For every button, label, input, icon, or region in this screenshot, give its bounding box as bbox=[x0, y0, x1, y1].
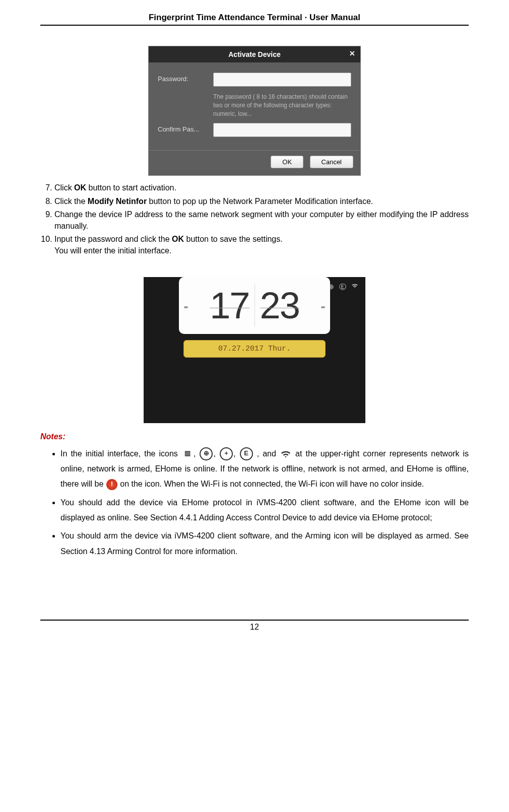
alert-icon: ! bbox=[106, 479, 117, 490]
step-10: Input the password and click the OK butt… bbox=[54, 233, 469, 256]
note-2: You should add the device via EHome prot… bbox=[60, 495, 469, 526]
step-10-sub: You will enter the initial interface. bbox=[54, 246, 171, 255]
password-input[interactable] bbox=[213, 73, 351, 87]
cancel-button[interactable]: Cancel bbox=[310, 156, 353, 168]
battery-icon: ▥ bbox=[182, 448, 193, 459]
close-icon[interactable]: ✕ bbox=[349, 49, 355, 57]
ok-button[interactable]: OK bbox=[271, 156, 303, 168]
shield-icon: + bbox=[220, 447, 233, 460]
device-screen: ▥ ⊕ ⊕ Ⓔ 17 23 07.27.2017 Thur. bbox=[144, 277, 365, 423]
wifi-icon bbox=[280, 448, 291, 459]
hinge-left bbox=[184, 306, 188, 308]
page-header: Fingerprint Time Attendance Terminal · U… bbox=[40, 13, 469, 26]
note-3: You should arm the device via iVMS-4200 … bbox=[60, 528, 469, 559]
dialog-title-text: Activate Device bbox=[228, 50, 281, 58]
note-1: In the initial interface, the icons ▥, ⊕… bbox=[60, 446, 469, 492]
dialog-title-bar: Activate Device ✕ bbox=[149, 46, 360, 62]
time-minute: 23 bbox=[260, 284, 299, 327]
ehome-icon: Ⓔ bbox=[339, 283, 348, 291]
notes-list: In the initial interface, the icons ▥, ⊕… bbox=[40, 446, 469, 560]
ehome-icon: E bbox=[240, 447, 253, 460]
notes-heading: Notes: bbox=[40, 432, 469, 441]
step-9: Change the device IP address to the same… bbox=[54, 209, 469, 232]
step-8: Click the Modify Netinfor button to pop … bbox=[54, 195, 469, 207]
wifi-icon bbox=[351, 283, 358, 291]
network-icon: ⊕ bbox=[200, 447, 213, 460]
confirm-password-label: Confirm Pas... bbox=[158, 123, 213, 133]
password-hint: The password ( 8 to 16 characters) shoul… bbox=[213, 93, 351, 118]
hinge-right bbox=[321, 306, 325, 308]
date-bar: 07.27.2017 Thur. bbox=[183, 340, 326, 358]
confirm-password-input[interactable] bbox=[213, 123, 351, 137]
steps-list: Click OK button to start activation. Cli… bbox=[40, 182, 469, 256]
password-label: Password: bbox=[158, 73, 213, 83]
page-number: 12 bbox=[40, 620, 469, 632]
time-card: 17 23 bbox=[179, 277, 330, 334]
time-hour: 17 bbox=[210, 284, 249, 327]
activate-device-dialog: Activate Device ✕ Password: The password… bbox=[148, 46, 361, 176]
step-7: Click OK button to start activation. bbox=[54, 182, 469, 193]
